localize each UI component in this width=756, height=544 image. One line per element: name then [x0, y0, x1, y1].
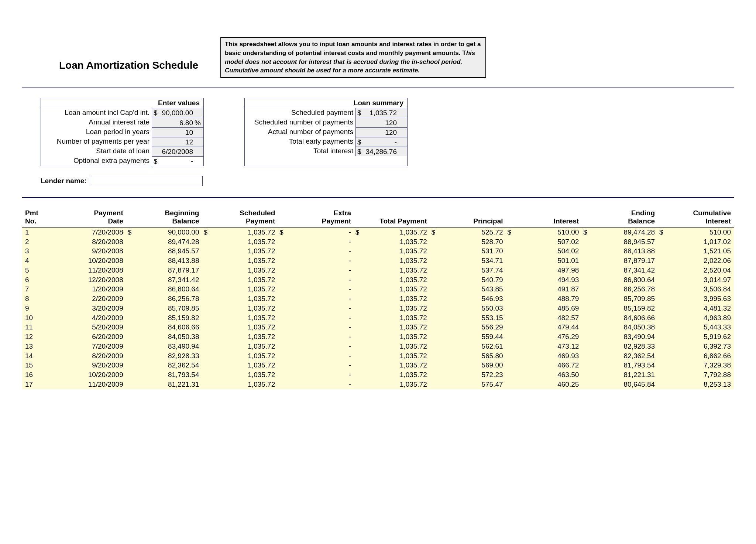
cell-cum: 4,481.32 [673, 304, 734, 313]
cell-sched: 1,035.72 [217, 227, 278, 237]
cell-cum: 3,014.97 [673, 275, 734, 285]
cell-date: 9/20/2008 [56, 246, 126, 256]
cell-int: 504.02 [521, 246, 582, 256]
currency-sym [658, 266, 673, 275]
enter-values-value[interactable]: 10 [152, 127, 203, 137]
cell-int: 507.02 [521, 237, 582, 247]
currency-sym [506, 332, 522, 342]
cell-extra: - [293, 351, 354, 361]
currency-sym [582, 256, 597, 266]
cell-date: 5/20/2009 [56, 322, 126, 332]
table-row: 28/20/200889,474.281,035.72-1,035.72528.… [22, 237, 734, 247]
cell-sched: 1,035.72 [217, 237, 278, 247]
currency-sym [278, 351, 293, 361]
enter-values-value[interactable]: 6.80% [152, 118, 203, 127]
cell-int: 460.25 [521, 380, 582, 389]
cell-pmt-no: 14 [22, 351, 56, 361]
cell-end: 84,050.38 [597, 322, 658, 332]
cell-int: 501.01 [521, 256, 582, 266]
cell-extra: - [293, 322, 354, 332]
currency-sym [354, 237, 370, 247]
currency-sym [658, 322, 673, 332]
cell-int: 466.72 [521, 360, 582, 370]
cell-date: 1/20/2009 [56, 284, 126, 294]
cell-int: 488.79 [521, 294, 582, 304]
currency-sym [658, 332, 673, 342]
currency-sym [202, 313, 217, 323]
cell-beg: 86,800.64 [141, 284, 202, 294]
currency-sym [202, 294, 217, 304]
cell-total: 1,035.72 [370, 246, 430, 256]
enter-values-label: Number of payments per year [41, 137, 152, 147]
cell-int: 473.12 [521, 342, 582, 351]
cell-end: 81,221.31 [597, 370, 658, 380]
cell-princ: 575.47 [445, 380, 506, 389]
currency-sym [658, 380, 673, 389]
currency-sym [658, 342, 673, 351]
cell-extra: - [293, 313, 354, 323]
table-row: 104/20/200985,159.821,035.72-1,035.72553… [22, 313, 734, 323]
cell-cum: 2,520.04 [673, 266, 734, 275]
currency-sym [126, 342, 142, 351]
currency-sym [126, 351, 142, 361]
enter-values-value[interactable]: 6/20/2008 [152, 147, 203, 156]
cell-beg: 82,928.33 [141, 351, 202, 361]
col-pmt-no: PmtNo. [22, 208, 56, 227]
currency-sym [202, 284, 217, 294]
cell-sched: 1,035.72 [217, 370, 278, 380]
currency-sym [126, 246, 142, 256]
currency-sym: $ [354, 227, 370, 237]
currency-sym [582, 342, 597, 351]
cell-total: 1,035.72 [370, 294, 430, 304]
currency-sym [430, 256, 446, 266]
cell-int: 479.44 [521, 322, 582, 332]
cell-princ: 546.93 [445, 294, 506, 304]
cell-cum: 7,329.38 [673, 360, 734, 370]
cell-end: 84,606.66 [597, 313, 658, 323]
currency-sym [430, 332, 446, 342]
currency-sym [430, 370, 446, 380]
cell-sched: 1,035.72 [217, 294, 278, 304]
lender-name-input[interactable] [90, 176, 203, 186]
currency-sym [278, 313, 293, 323]
cell-sched: 1,035.72 [217, 284, 278, 294]
currency-sym [202, 370, 217, 380]
cell-extra: - [293, 246, 354, 256]
cell-sched: 1,035.72 [217, 380, 278, 389]
enter-values-value[interactable]: $90,000.00 [152, 108, 203, 118]
currency-sym [658, 360, 673, 370]
currency-sym [658, 370, 673, 380]
cell-extra: - [293, 380, 354, 389]
cell-princ: 565.80 [445, 351, 506, 361]
currency-sym [354, 246, 370, 256]
cell-pmt-no: 7 [22, 284, 56, 294]
cell-princ: 556.29 [445, 322, 506, 332]
enter-values-label: Loan period in years [41, 127, 152, 137]
currency-sym [658, 237, 673, 247]
currency-sym [582, 332, 597, 342]
cell-pmt-no: 17 [22, 380, 56, 389]
currency-sym [278, 342, 293, 351]
currency-sym [658, 304, 673, 313]
currency-sym: $ [202, 227, 217, 237]
enter-values-value[interactable]: 12 [152, 137, 203, 147]
currency-sym [582, 313, 597, 323]
lender-name-label: Lender name: [41, 177, 87, 185]
loan-summary-value: 120 [355, 127, 407, 137]
currency-sym [430, 275, 446, 285]
enter-values-value[interactable]: $- [152, 156, 203, 166]
currency-sym [126, 380, 142, 389]
note-plain: This spreadsheet allows you to input loa… [225, 41, 481, 57]
currency-sym [506, 246, 522, 256]
cell-extra: - [293, 370, 354, 380]
currency-sym: $ [506, 227, 522, 237]
cell-princ: 537.74 [445, 266, 506, 275]
table-row: 17/20/2008$90,000.00$1,035.72$-$1,035.72… [22, 227, 734, 237]
enter-values-row: Annual interest rate6.80% [41, 118, 203, 127]
currency-sym [506, 380, 522, 389]
cell-beg: 86,256.78 [141, 294, 202, 304]
currency-sym [582, 237, 597, 247]
currency-sym [582, 304, 597, 313]
currency-sym [354, 360, 370, 370]
loan-summary-value: $1,035.72 [355, 108, 407, 118]
